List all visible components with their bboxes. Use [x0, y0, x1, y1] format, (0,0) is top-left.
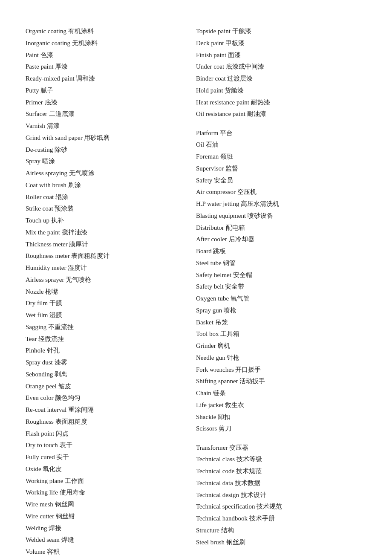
list-item: Volume 容积: [26, 546, 196, 555]
list-item: Working life 使用寿命: [26, 487, 196, 499]
list-item: Roller coat 辊涂: [26, 191, 196, 203]
list-item: Dry film 干膜: [26, 298, 196, 309]
list-item: Grind with sand paper 用砂纸磨: [26, 132, 196, 144]
list-item: Spray dust 漆雾: [26, 357, 196, 369]
list-item: Airless spraying 无气喷涂: [26, 168, 196, 179]
left-column: Organic coating 有机涂料Inorganic coating 无机…: [26, 26, 196, 555]
list-item: Nozzle 枪嘴: [26, 286, 196, 298]
spacer: [196, 435, 366, 442]
list-item: Technical handbook 技术手册: [196, 513, 366, 525]
list-item: Touch up 执补: [26, 215, 196, 227]
list-item: Airless sprayer 无气喷枪: [26, 274, 196, 286]
list-item: Orange peel 皱皮: [26, 381, 196, 393]
list-item: Surfacer 二道底漆: [26, 108, 196, 120]
list-item: Safety 安全员: [196, 175, 366, 187]
list-item: Putty 腻子: [26, 85, 196, 97]
list-item: Wire mesh 钢丝网: [26, 499, 196, 511]
list-item: Strike coat 预涂装: [26, 203, 196, 215]
list-item: Pinhole 针孔: [26, 345, 196, 357]
list-item: Transformer 变压器: [196, 442, 366, 454]
list-item: Binder coat 过渡层漆: [196, 73, 366, 85]
list-item: Foreman 领班: [196, 151, 366, 163]
list-item: Finish paint 面漆: [196, 49, 366, 61]
list-item: Sagging 不重流挂: [26, 321, 196, 333]
list-item: Scissors 剪刀: [196, 423, 366, 435]
list-item: Safety belt 安全带: [196, 281, 366, 293]
main-layout: Organic coating 有机涂料Inorganic coating 无机…: [26, 26, 366, 555]
list-item: Humidity meter 湿度计: [26, 262, 196, 274]
list-item: Roughness 表面粗糙度: [26, 416, 196, 428]
right-column: Topside paint 干舷漆Deck paint 甲板漆Finish pa…: [196, 26, 366, 555]
list-item: Primer 底漆: [26, 97, 196, 109]
list-item: Technical design 技术设计: [196, 489, 366, 501]
list-item: Welding 焊接: [26, 523, 196, 535]
list-item: Spray gun 喷枪: [196, 305, 366, 317]
list-item: After cooler 后冷却器: [196, 234, 366, 246]
list-item: Grinder 磨机: [196, 340, 366, 352]
list-item: Oxide 氧化皮: [26, 463, 196, 475]
list-item: Oxygen tube 氧气管: [196, 293, 366, 305]
list-item: Oil 石油: [196, 139, 366, 151]
list-item: Steel brush 钢丝刷: [196, 537, 366, 549]
list-item: Even color 颜色均匀: [26, 392, 196, 404]
list-item: Fully cured 实干: [26, 451, 196, 463]
spacer: [196, 120, 366, 127]
list-item: Wet film 湿膜: [26, 309, 196, 321]
list-item: Flash point 闪点: [26, 428, 196, 440]
list-item: Safety helmet 安全帽: [196, 269, 366, 281]
list-item: Under coat 底漆或中间漆: [196, 61, 366, 73]
list-item: Life jacket 救生衣: [196, 399, 366, 411]
list-item: Blasting equipment 喷砂设备: [196, 210, 366, 222]
list-item: Topside paint 干舷漆: [196, 26, 366, 38]
list-item: Coat with brush 刷涂: [26, 179, 196, 191]
list-item: Board 跳板: [196, 246, 366, 257]
list-item: De-rusting 除砂: [26, 144, 196, 156]
list-item: Varnish 清漆: [26, 120, 196, 132]
list-item: Ready-mixed paint 调和漆: [26, 73, 196, 85]
list-item: Air compressor 空压机: [196, 186, 366, 198]
list-item: Chain 链条: [196, 387, 366, 399]
list-item: Hold paint 货舱漆: [196, 85, 366, 97]
list-item: Paint 色漆: [26, 49, 196, 61]
list-item: H.P water jetting 高压水清洗机: [196, 198, 366, 210]
list-item: Sebonding 剥离: [26, 369, 196, 381]
list-item: Heat resistance paint 耐热漆: [196, 97, 366, 109]
list-item: Mix the paint 搅拌油漆: [26, 227, 196, 239]
list-item: Structure 结构: [196, 525, 366, 537]
list-item: Technical specification 技术规范: [196, 501, 366, 513]
list-item: Fork wrenches 开口扳手: [196, 364, 366, 376]
list-item: Distributor 配电箱: [196, 222, 366, 234]
list-item: Paste paint 厚漆: [26, 61, 196, 73]
list-item: Technical data 技术数据: [196, 477, 366, 489]
list-item: Working plane 工作面: [26, 475, 196, 487]
list-item: Steel tube 钢管: [196, 257, 366, 269]
list-item: Roughness meter 表面粗糙度计: [26, 250, 196, 262]
list-item: Spray 喷涂: [26, 156, 196, 168]
list-item: Shifting spanner 活动扳手: [196, 376, 366, 387]
list-item: Technical code 技术规范: [196, 465, 366, 477]
list-item: Thickness meter 膜厚计: [26, 239, 196, 251]
list-item: Oil resistance paint 耐油漆: [196, 108, 366, 120]
list-item: Inorganic coating 无机涂料: [26, 38, 196, 49]
list-item: Wire cutter 钢丝钳: [26, 511, 196, 523]
list-item: Tool box 工具箱: [196, 328, 366, 340]
list-item: Needle gun 针枪: [196, 352, 366, 364]
list-item: Basket 吊笼: [196, 317, 366, 329]
list-item: Organic coating 有机涂料: [26, 26, 196, 38]
list-item: Supervisor 监督: [196, 163, 366, 175]
list-item: Tear 轻微流挂: [26, 333, 196, 345]
list-item: Shackle 卸扣: [196, 411, 366, 423]
list-item: Deck paint 甲板漆: [196, 38, 366, 49]
list-item: Dry to touch 表干: [26, 439, 196, 451]
list-item: Re-coat interval 重涂间隔: [26, 404, 196, 416]
list-item: Welded seam 焊缝: [26, 534, 196, 546]
list-item: Technical class 技术等级: [196, 454, 366, 465]
list-item: Platform 平台: [196, 127, 366, 139]
